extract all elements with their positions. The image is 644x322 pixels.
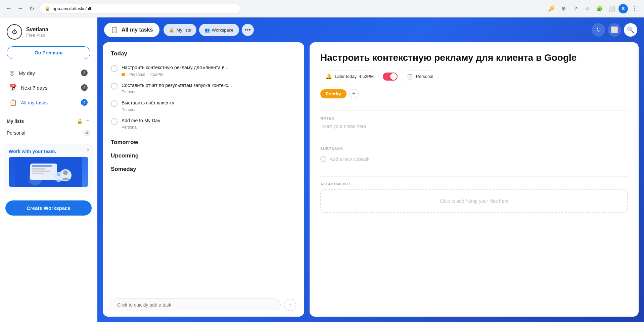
task-list-label: Personal (122, 90, 137, 94)
sidebar-item-next-7-days[interactable]: 📅 Next 7 days 4 (3, 81, 94, 95)
reminder-badge[interactable]: 🔔 Later today, 4:52PM (320, 71, 379, 82)
user-plan: Free Plan (26, 33, 48, 38)
search-icon: 🔍 (627, 26, 634, 34)
task-title: Настроить контекстную рекламу для клиент… (122, 64, 296, 71)
section-tomorrow: Tomorrow (111, 139, 296, 146)
meta-separator (127, 73, 127, 76)
workspace-tab-icon: 👥 (204, 28, 210, 33)
task-item[interactable]: Выставить счёт клиенту Personal (111, 97, 296, 115)
team-promo-title: Work with your team. (9, 149, 88, 154)
sidebar-item-all-my-tasks[interactable]: 📋 All my tasks 4 (3, 95, 94, 109)
task-checkbox[interactable] (111, 118, 118, 125)
sidebar-item-label: All my tasks (21, 100, 77, 105)
all-tasks-icon: 📋 (9, 99, 17, 106)
browser-translate-icon[interactable]: ⊕ (558, 3, 569, 14)
search-button[interactable]: 🔍 (624, 23, 637, 37)
quick-add-input[interactable] (111, 298, 281, 311)
refresh-button[interactable]: ↻ (592, 23, 605, 37)
toggle-thumb (390, 73, 397, 80)
browser-profile[interactable]: S (618, 4, 628, 13)
task-checkbox[interactable] (111, 65, 118, 72)
browser-star-icon[interactable]: ☆ (582, 3, 593, 14)
task-panel: Today Настроить контекстную рекламу для … (103, 42, 304, 317)
section-tomorrow-title: Tomorrow (111, 139, 296, 146)
create-workspace-button[interactable]: Create Workspace (5, 200, 92, 216)
tab-workspace-label: Workspace (212, 28, 234, 33)
more-options-button[interactable]: ••• (242, 24, 254, 36)
svg-rect-4 (32, 168, 45, 170)
attachments-section: ATTACHMENTS Click to add / drop your fil… (320, 182, 628, 213)
meta-separator (147, 73, 147, 76)
task-list-label: Personal (122, 107, 137, 112)
reload-button[interactable]: ↻ (27, 4, 36, 13)
browser-key-icon[interactable]: 🔑 (546, 3, 557, 14)
section-someday-title: Someday (111, 166, 296, 173)
browser-extensions-icon[interactable]: 🧩 (594, 3, 605, 14)
task-title: Выставить счёт клиенту (122, 100, 296, 106)
task-content: Настроить контекстную рекламу для клиент… (122, 64, 296, 77)
notes-section: NOTES Insert your notes here (320, 116, 628, 129)
task-checkbox[interactable] (111, 100, 118, 107)
detail-meta: 🔔 Later today, 4:52PM 📋 Personal (320, 71, 628, 82)
browser-actions: 🔑 ⊕ ↗ ☆ 🧩 ⬜ S ⋮ (546, 3, 640, 14)
user-name: Svetlana (26, 27, 48, 33)
task-panel-inner: Today Настроить контекстную рекламу для … (103, 42, 304, 293)
add-tag-button[interactable]: + (349, 89, 359, 98)
url-text: app.any.do/tasks/all (53, 6, 91, 11)
task-content: Составить отчёт по результатам запуска к… (122, 82, 296, 95)
team-promo-close-button[interactable]: × (87, 147, 90, 153)
team-promo: × Work with your team. (4, 144, 93, 192)
add-list-button[interactable]: + (85, 117, 90, 125)
task-item[interactable]: Составить отчёт по результатам запуска к… (111, 80, 296, 97)
task-item[interactable]: Add me to My Day Personal (111, 115, 296, 133)
add-subtask-item[interactable]: Add a new subtask (320, 154, 628, 164)
page-title-button[interactable]: 📋 All my tasks (104, 23, 159, 37)
my-day-icon: ◎ (9, 69, 15, 77)
next-7-days-icon: 📅 (9, 84, 17, 91)
team-promo-image (9, 157, 88, 187)
priority-dot (122, 73, 125, 76)
reminder-toggle[interactable] (383, 73, 398, 81)
attachments-drop-zone[interactable]: Click to add / drop your files here (320, 189, 628, 213)
sidebar-item-label: My day (19, 70, 77, 76)
priority-tag[interactable]: Priority (320, 89, 347, 98)
back-button[interactable]: ← (4, 4, 13, 13)
filter-tabs: 🔒 My lists 👥 Workspace ••• (164, 24, 254, 36)
app-container: ⚙ Svetlana Free Plan Go Premium ◎ My day… (0, 17, 644, 322)
send-task-button[interactable]: ↑ (284, 299, 296, 311)
notes-section-title: NOTES (320, 116, 628, 120)
go-premium-button[interactable]: Go Premium (7, 46, 90, 59)
task-item[interactable]: Настроить контекстную рекламу для клиент… (111, 62, 296, 80)
sidebar-item-my-day[interactable]: ◎ My day 3 (3, 66, 94, 80)
browser-window-icon[interactable]: ⬜ (606, 3, 617, 14)
all-tasks-badge: 4 (81, 99, 88, 106)
attachments-section-title: ATTACHMENTS (320, 182, 628, 186)
add-subtask-label: Add a new subtask (330, 156, 369, 162)
section-someday: Someday (111, 166, 296, 173)
address-bar[interactable]: 🔒 app.any.do/tasks/all (39, 4, 240, 13)
svg-rect-3 (32, 165, 52, 167)
task-meta: Personal 4:52PM (122, 72, 296, 77)
send-icon: ↑ (289, 302, 291, 308)
tab-my-lists-label: My lists (176, 28, 191, 33)
my-day-badge: 3 (81, 70, 88, 76)
browser-share-icon[interactable]: ↗ (570, 3, 581, 14)
forward-button[interactable]: → (15, 4, 25, 13)
my-lists-header: My lists 🔒 + (0, 113, 97, 127)
list-item-personal[interactable]: Personal 4 (0, 127, 97, 139)
notes-input[interactable]: Insert your notes here (320, 124, 628, 129)
section-upcoming: Upcoming (111, 152, 296, 159)
task-list-label: Personal (122, 125, 137, 130)
tab-my-lists[interactable]: 🔒 My lists (164, 24, 196, 36)
settings-icon[interactable]: ⚙ (7, 24, 22, 40)
next-7-days-badge: 4 (81, 84, 88, 91)
task-checkbox[interactable] (111, 83, 118, 90)
browser-menu-icon[interactable]: ⋮ (629, 3, 640, 14)
expand-button[interactable]: ⬜ (608, 23, 621, 37)
tab-workspace[interactable]: 👥 Workspace (199, 24, 239, 36)
section-upcoming-title: Upcoming (111, 152, 296, 159)
list-badge[interactable]: 📋 Personal (402, 71, 438, 82)
divider (320, 110, 628, 111)
task-content: Add me to My Day Personal (122, 118, 296, 130)
quick-add-container: ↑ (103, 293, 304, 317)
